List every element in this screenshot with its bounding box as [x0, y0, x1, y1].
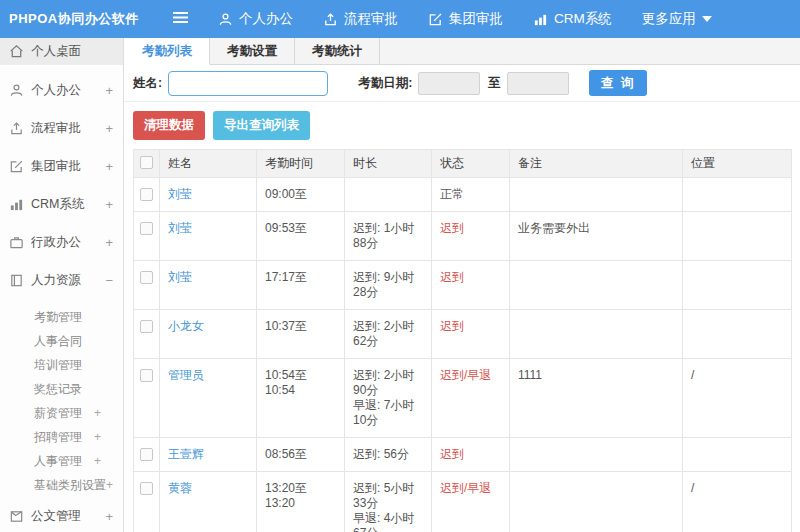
- edit-icon: [9, 159, 24, 174]
- sidebar-subitem-hr-contract[interactable]: 人事合同: [0, 329, 123, 353]
- status: 迟到: [432, 261, 510, 310]
- row-checkbox[interactable]: [140, 271, 153, 284]
- sidebar-item-label: 个人桌面: [31, 43, 113, 60]
- name-input[interactable]: [168, 71, 328, 96]
- employee-name-link[interactable]: 刘莹: [168, 187, 192, 201]
- nav-item-crm-system[interactable]: CRM系统: [533, 10, 612, 28]
- sidebar: 个人桌面 个人办公 + 流程审批 + 集团审批 + CRM系统 + 行政办公 +: [0, 38, 124, 532]
- expand-plus[interactable]: +: [105, 235, 113, 250]
- header-time: 考勤时间: [257, 150, 345, 178]
- expand-plus[interactable]: +: [105, 197, 113, 212]
- expand-plus[interactable]: +: [105, 159, 113, 174]
- user-icon: [9, 83, 24, 98]
- top-navbar: PHPOA协同办公软件 个人办公 流程审批 集团审批 CRM系统 更多应用: [0, 0, 800, 38]
- status: 迟到: [432, 310, 510, 359]
- tab-attendance-settings[interactable]: 考勤设置: [210, 38, 295, 64]
- sidebar-subitem-label: 基础类别设置: [34, 477, 106, 494]
- duration: 迟到: 1小时88分: [345, 212, 432, 261]
- tab-attendance-statistics[interactable]: 考勤统计: [295, 38, 380, 64]
- name-label: 姓名:: [133, 75, 162, 92]
- expand-plus[interactable]: +: [105, 509, 113, 524]
- row-checkbox[interactable]: [140, 369, 153, 382]
- sidebar-item-personal-office[interactable]: 个人办公 +: [0, 77, 123, 104]
- main-content: 考勤列表 考勤设置 考勤统计 姓名: 考勤日期: 至 查 询 清理数据 导出查询…: [125, 38, 800, 532]
- chart-icon: [9, 197, 24, 212]
- hamburger-icon: [172, 11, 189, 27]
- expand-plus[interactable]: +: [105, 121, 113, 136]
- sidebar-item-workflow-approval[interactable]: 流程审批 +: [0, 115, 123, 142]
- nav-item-workflow-approval[interactable]: 流程审批: [323, 10, 398, 28]
- nav-item-group-approval[interactable]: 集团审批: [428, 10, 503, 28]
- table-row: 刘莹 09:53至 迟到: 1小时88分 迟到 业务需要外出: [134, 212, 792, 261]
- row-checkbox[interactable]: [140, 320, 153, 333]
- clear-data-button[interactable]: 清理数据: [133, 111, 205, 140]
- employee-name-link[interactable]: 管理员: [168, 368, 204, 382]
- tab-attendance-list[interactable]: 考勤列表: [125, 38, 210, 65]
- sidebar-item-label: 集团审批: [31, 158, 105, 175]
- tab-strip: 考勤列表 考勤设置 考勤统计: [125, 38, 800, 65]
- location: /: [683, 359, 792, 438]
- expand-plus[interactable]: +: [105, 83, 113, 98]
- sidebar-subitem-salary-management[interactable]: 薪资管理 +: [0, 401, 123, 425]
- attendance-time: 09:53至: [257, 212, 345, 261]
- briefcase-icon: [9, 235, 24, 250]
- employee-name-link[interactable]: 小龙女: [168, 319, 204, 333]
- hamburger-menu-button[interactable]: [160, 11, 200, 27]
- export-list-button[interactable]: 导出查询列表: [213, 111, 310, 140]
- sidebar-subitem-reward-punishment[interactable]: 奖惩记录: [0, 377, 123, 401]
- row-checkbox[interactable]: [140, 188, 153, 201]
- sidebar-item-document-management[interactable]: 公文管理 +: [0, 503, 123, 530]
- table-row: 王壹辉 08:56至 迟到: 56分 迟到: [134, 438, 792, 472]
- sidebar-subitem-label: 人事管理: [34, 453, 94, 470]
- status: 正常: [432, 178, 510, 212]
- employee-name-link[interactable]: 刘莹: [168, 270, 192, 284]
- employee-name-link[interactable]: 刘莹: [168, 221, 192, 235]
- expand-plus[interactable]: +: [94, 454, 101, 468]
- duration: 迟到: 56分: [345, 438, 432, 472]
- sidebar-item-crm-system[interactable]: CRM系统 +: [0, 191, 123, 218]
- sidebar-item-admin-office[interactable]: 行政办公 +: [0, 229, 123, 256]
- duration: [345, 178, 432, 212]
- row-checkbox[interactable]: [140, 482, 153, 495]
- expand-plus[interactable]: +: [106, 478, 113, 492]
- remark: 业务需要外出: [510, 212, 683, 261]
- duration: 迟到: 5小时33分早退: 4小时67分: [345, 472, 432, 532]
- sidebar-subitem-training-management[interactable]: 培训管理: [0, 353, 123, 377]
- sidebar-subitem-base-category-settings[interactable]: 基础类别设置 +: [0, 473, 123, 497]
- select-all-checkbox[interactable]: [140, 156, 153, 169]
- remark: [510, 261, 683, 310]
- sidebar-subitem-attendance-management[interactable]: 考勤管理: [0, 305, 123, 329]
- sidebar-item-personal-desktop[interactable]: 个人桌面: [0, 38, 123, 65]
- search-button[interactable]: 查 询: [589, 70, 647, 96]
- sidebar-item-label: 个人办公: [31, 82, 105, 99]
- date-to-input[interactable]: [507, 72, 569, 95]
- sidebar-item-human-resources[interactable]: 人力资源 −: [0, 267, 123, 294]
- duration: 迟到: 2小时62分: [345, 310, 432, 359]
- date-from-input[interactable]: [418, 72, 480, 95]
- employee-name-link[interactable]: 王壹辉: [168, 447, 204, 461]
- nav-item-label: CRM系统: [554, 10, 612, 28]
- row-checkbox[interactable]: [140, 222, 153, 235]
- remark: [510, 178, 683, 212]
- attendance-table-wrap: 姓名 考勤时间 时长 状态 备注 位置 刘莹 09:00至 正常: [125, 148, 800, 532]
- sidebar-item-group-approval[interactable]: 集团审批 +: [0, 153, 123, 180]
- table-row: 黄蓉 13:20至13:20 迟到: 5小时33分早退: 4小时67分 迟到/早…: [134, 472, 792, 532]
- expand-plus[interactable]: +: [94, 430, 101, 444]
- document-icon: [9, 509, 24, 524]
- attendance-time: 13:20至13:20: [257, 472, 345, 532]
- employee-name-link[interactable]: 黄蓉: [168, 481, 192, 495]
- header-name: 姓名: [160, 150, 257, 178]
- attendance-time: 17:17至: [257, 261, 345, 310]
- collapse-minus[interactable]: −: [105, 273, 113, 288]
- row-checkbox[interactable]: [140, 448, 153, 461]
- nav-item-more-apps[interactable]: 更多应用: [642, 10, 712, 28]
- expand-plus[interactable]: +: [94, 406, 101, 420]
- attendance-time: 08:56至: [257, 438, 345, 472]
- nav-item-personal-office[interactable]: 个人办公: [218, 10, 293, 28]
- status: 迟到/早退: [432, 359, 510, 438]
- table-row: 小龙女 10:37至 迟到: 2小时62分 迟到: [134, 310, 792, 359]
- sidebar-subitem-label: 招聘管理: [34, 429, 94, 446]
- remark: [510, 472, 683, 532]
- sidebar-subitem-personnel-management[interactable]: 人事管理 +: [0, 449, 123, 473]
- sidebar-subitem-recruitment-management[interactable]: 招聘管理 +: [0, 425, 123, 449]
